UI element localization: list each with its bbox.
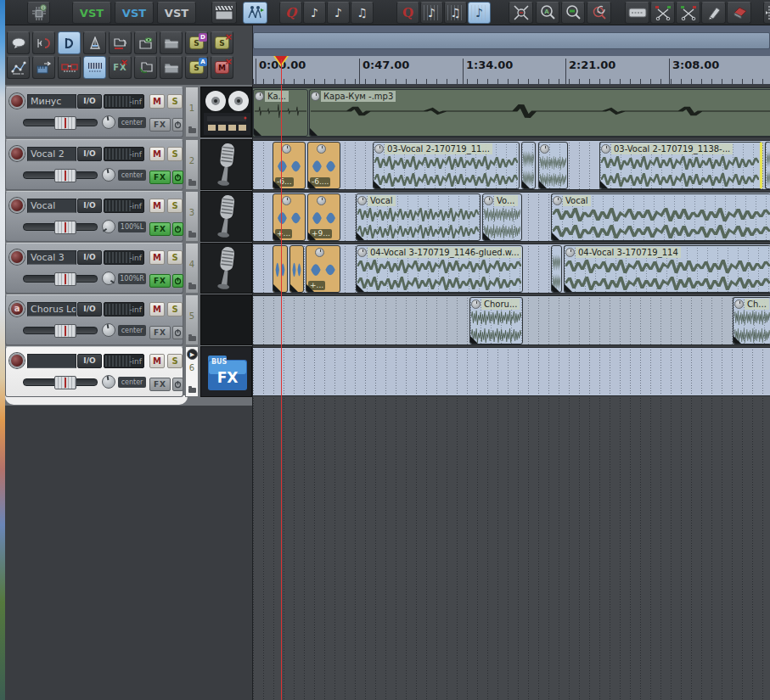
- folder-compact-icon[interactable]: [188, 284, 196, 289]
- fade-handle[interactable]: [357, 232, 364, 240]
- fx-bypass-button[interactable]: [172, 378, 183, 391]
- track-icon-2[interactable]: [200, 139, 252, 190]
- media-item[interactable]: [551, 245, 562, 293]
- record-arm-button[interactable]: [9, 353, 25, 368]
- track-lane-1[interactable]: Ka... Кара-Кум -.mp3: [253, 87, 770, 137]
- item-volume-knob[interactable]: [734, 300, 744, 309]
- item-volume-knob[interactable]: [471, 300, 481, 309]
- item-volume-knob[interactable]: [255, 92, 264, 101]
- record-arm-button[interactable]: [9, 93, 25, 109]
- media-item[interactable]: [521, 142, 536, 189]
- pan-knob[interactable]: [102, 220, 115, 233]
- io-routing-button[interactable]: I/O: [77, 354, 102, 368]
- track-panel-6[interactable]: I/O -inf M S center FX: [5, 346, 183, 397]
- io-routing-button[interactable]: I/O: [77, 250, 102, 265]
- folder-move-button[interactable]: [109, 31, 132, 54]
- mute-button[interactable]: M: [149, 94, 165, 109]
- media-item-selected[interactable]: 03-Vocal 2-170719_1138-...: [599, 142, 762, 189]
- fade-handle[interactable]: [306, 284, 314, 292]
- record-arm-button[interactable]: [9, 198, 25, 213]
- item-volume-knob[interactable]: [315, 248, 324, 257]
- fx-chain-button[interactable]: FX: [149, 171, 171, 184]
- note-quarter-button-1[interactable]: ♪: [303, 2, 326, 24]
- envelope-button[interactable]: [7, 56, 30, 79]
- folder-closed-button-1[interactable]: [160, 31, 183, 54]
- fader-thumb[interactable]: [54, 169, 76, 182]
- eraser-button[interactable]: [727, 2, 751, 24]
- media-item[interactable]: +9...: [307, 193, 340, 241]
- item-volume-knob[interactable]: [553, 196, 562, 205]
- vst-button-green[interactable]: VST: [72, 2, 111, 24]
- folder-compact-icon[interactable]: [188, 336, 196, 341]
- folder-collapse-button[interactable]: ▶: [187, 349, 198, 360]
- play-cursor[interactable]: [281, 85, 282, 700]
- fade-handle[interactable]: [483, 232, 491, 240]
- solo-clear-button[interactable]: S×: [211, 31, 233, 54]
- grouping-button[interactable]: [58, 56, 81, 79]
- item-volume-knob[interactable]: [311, 92, 320, 101]
- folder-compact-icon[interactable]: [188, 128, 196, 133]
- fader-thumb[interactable]: [54, 376, 76, 389]
- mute-button[interactable]: M: [149, 147, 165, 161]
- record-arm-button[interactable]: [9, 146, 25, 161]
- fx-chain-button[interactable]: FX: [149, 118, 171, 132]
- track-lane-3[interactable]: +... +9... Vocal Vo...: [253, 192, 770, 242]
- note-grid-button-2[interactable]: ♫: [444, 2, 467, 24]
- media-item[interactable]: 04-Vocal 3-170719_1146-glued.w...: [356, 245, 523, 293]
- track-number-strip-3[interactable]: 3: [185, 191, 199, 242]
- remove-fx-button[interactable]: FX ×: [109, 56, 132, 79]
- mute-clear-button[interactable]: M×: [211, 56, 233, 79]
- io-routing-button[interactable]: I/O: [77, 302, 102, 316]
- record-arm-button[interactable]: [9, 249, 25, 265]
- fade-handle[interactable]: [273, 181, 281, 188]
- zoom-fit-button[interactable]: [509, 2, 533, 24]
- track-lane-6[interactable]: [253, 347, 770, 396]
- media-item[interactable]: +...: [273, 193, 306, 241]
- folder-closed-button-2[interactable]: [160, 56, 183, 79]
- folder-compact-icon[interactable]: [188, 181, 196, 186]
- track-number-strip-2[interactable]: 2: [185, 139, 199, 190]
- item-volume-knob[interactable]: [357, 248, 367, 257]
- track-panel-1[interactable]: Минус I/O -inf M S center FX: [5, 87, 183, 137]
- fx-chain-button[interactable]: FX: [149, 222, 171, 236]
- fx-chain-button[interactable]: FX: [149, 326, 171, 339]
- mute-button[interactable]: M: [149, 302, 165, 316]
- split-items-button-b[interactable]: [676, 2, 700, 24]
- io-routing-button[interactable]: I/O: [77, 94, 102, 109]
- mute-button[interactable]: M: [149, 354, 165, 368]
- media-item[interactable]: [538, 142, 568, 189]
- solo-button[interactable]: S: [167, 199, 183, 213]
- volume-fader[interactable]: [23, 223, 98, 231]
- track-name-input[interactable]: Chorus Lo: [27, 302, 76, 316]
- media-item[interactable]: -6....: [307, 142, 340, 189]
- io-routing-button[interactable]: I/O: [77, 199, 102, 213]
- fade-handle[interactable]: [308, 181, 316, 188]
- volume-fader[interactable]: [23, 119, 98, 126]
- solo-button[interactable]: S: [167, 250, 183, 265]
- fade-handle[interactable]: [600, 181, 608, 188]
- media-item[interactable]: 04-Vocal 3-170719_114: [564, 245, 770, 293]
- track-name-input[interactable]: Vocal 3: [27, 250, 76, 265]
- solo-button[interactable]: S: [167, 302, 183, 316]
- folder-active-button[interactable]: [134, 56, 157, 79]
- fx-bypass-button[interactable]: [172, 171, 183, 184]
- loop-points-button[interactable]: [58, 31, 81, 54]
- note-eighth-button[interactable]: ♫: [351, 2, 374, 24]
- fx-chain-button[interactable]: FX: [149, 274, 171, 288]
- fade-handle[interactable]: [273, 232, 281, 240]
- item-volume-knob[interactable]: [601, 144, 610, 154]
- razor-edit-button[interactable]: [625, 2, 649, 24]
- item-volume-knob[interactable]: [484, 196, 493, 205]
- fade-handle[interactable]: [522, 181, 530, 188]
- track-panel-3[interactable]: Vocal I/O -inf M S 100%L FX: [5, 191, 183, 242]
- solo-default-button[interactable]: SD: [185, 31, 208, 54]
- pan-knob[interactable]: [102, 115, 115, 129]
- nudge-items-button[interactable]: [32, 56, 55, 79]
- item-volume-knob[interactable]: [282, 144, 291, 154]
- zoom-a-button[interactable]: A: [536, 2, 559, 24]
- scrollbar-thumb[interactable]: [253, 32, 770, 49]
- fade-handle[interactable]: [565, 284, 572, 292]
- note-grid-active-button[interactable]: ♪: [468, 2, 491, 24]
- folder-show-button[interactable]: [134, 31, 157, 54]
- item-volume-knob[interactable]: [374, 144, 384, 154]
